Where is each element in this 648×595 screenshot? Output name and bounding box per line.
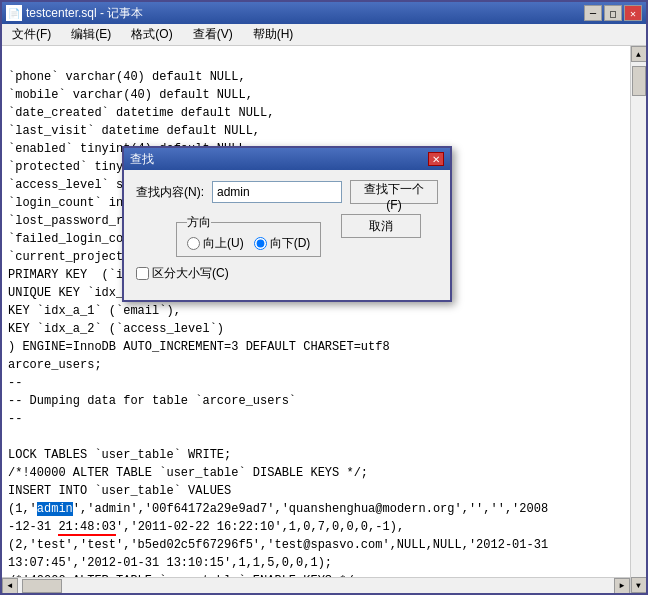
- menu-view[interactable]: 查看(V): [187, 24, 239, 45]
- find-next-button[interactable]: 查找下一个(F): [350, 180, 438, 204]
- main-window: 📄 testcenter.sql - 记事本 ─ □ ✕ 文件(F) 编辑(E)…: [0, 0, 648, 595]
- case-sensitive-label: 区分大小写(C): [152, 265, 229, 282]
- case-sensitive-checkbox[interactable]: [136, 267, 149, 280]
- find-input[interactable]: [212, 181, 342, 203]
- radio-up-option[interactable]: 向上(U): [187, 235, 244, 252]
- radio-down-option[interactable]: 向下(D): [254, 235, 311, 252]
- direction-legend: 方向: [187, 214, 211, 231]
- find-dialog: 查找 ✕ 查找内容(N): 查找下一个(F): [122, 146, 452, 302]
- radio-up[interactable]: [187, 237, 200, 250]
- minimize-button[interactable]: ─: [584, 5, 602, 21]
- direction-fieldset: 方向 向上(U) 向下(D): [176, 214, 321, 257]
- dialog-overlay: 查找 ✕ 查找内容(N): 查找下一个(F): [2, 46, 646, 593]
- maximize-button[interactable]: □: [604, 5, 622, 21]
- find-input-row: 查找内容(N): 查找下一个(F): [136, 180, 438, 204]
- menu-help[interactable]: 帮助(H): [247, 24, 300, 45]
- menu-edit[interactable]: 编辑(E): [65, 24, 117, 45]
- menu-format[interactable]: 格式(O): [125, 24, 178, 45]
- close-button[interactable]: ✕: [624, 5, 642, 21]
- menu-file[interactable]: 文件(F): [6, 24, 57, 45]
- window-controls: ─ □ ✕: [584, 5, 642, 21]
- radio-up-label: 向上(U): [203, 235, 244, 252]
- titlebar: 📄 testcenter.sql - 记事本 ─ □ ✕: [2, 2, 646, 24]
- cancel-button[interactable]: 取消: [341, 214, 421, 238]
- dialog-title: 查找: [130, 151, 154, 168]
- dialog-body: 查找内容(N): 查找下一个(F) 方向: [124, 170, 450, 300]
- editor-area[interactable]: `phone` varchar(40) default NULL, `mobil…: [2, 46, 646, 593]
- window-title: testcenter.sql - 记事本: [26, 5, 143, 22]
- menubar: 文件(F) 编辑(E) 格式(O) 查看(V) 帮助(H): [2, 24, 646, 46]
- find-label: 查找内容(N):: [136, 184, 204, 201]
- dialog-titlebar: 查找 ✕: [124, 148, 450, 170]
- case-sensitive-option[interactable]: 区分大小写(C): [136, 265, 229, 282]
- dialog-close-button[interactable]: ✕: [428, 152, 444, 166]
- app-icon: 📄: [6, 5, 22, 21]
- titlebar-left: 📄 testcenter.sql - 记事本: [6, 5, 143, 22]
- radio-down-label: 向下(D): [270, 235, 311, 252]
- radio-down[interactable]: [254, 237, 267, 250]
